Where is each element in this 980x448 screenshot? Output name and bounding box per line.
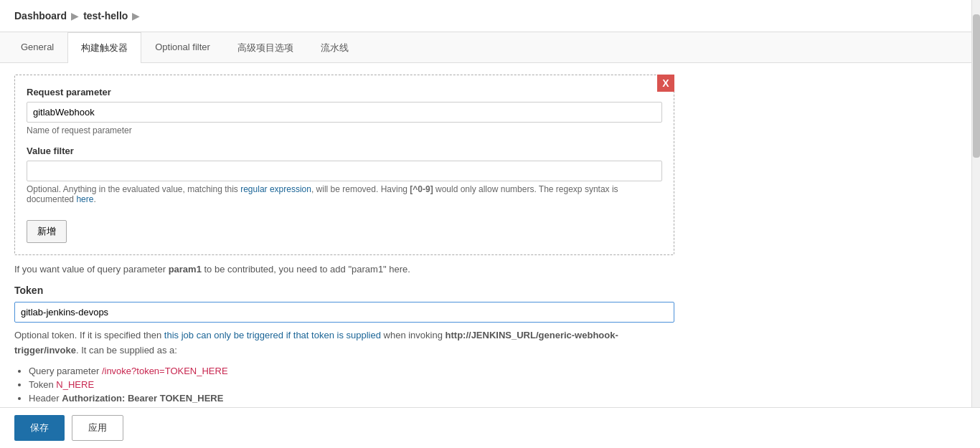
token-hint-prefix: Optional token. If it is specified then xyxy=(14,330,164,340)
tab-pipeline[interactable]: 流水线 xyxy=(307,32,362,63)
breadcrumb-project[interactable]: test-hello xyxy=(83,10,128,22)
bullet-2-code: Authorization: Bearer TOKEN_HERE xyxy=(62,393,223,404)
token-input[interactable] xyxy=(14,302,674,323)
bullet-item-2: Header Authorization: Bearer TOKEN_HERE xyxy=(29,393,674,404)
form-area: X Request parameter Name of request para… xyxy=(0,75,689,421)
token-hint-link[interactable]: this job can only be triggered if that t… xyxy=(164,330,381,340)
hint-prefix: Optional. Anything in the evaluated valu… xyxy=(27,184,240,194)
breadcrumb-dashboard[interactable]: Dashboard xyxy=(14,10,67,22)
here-link[interactable]: here xyxy=(76,194,93,204)
bullet-item-0: Query parameter /invoke?token=TOKEN_HERE xyxy=(29,366,674,376)
token-label: Token xyxy=(14,285,674,296)
tabs-bar: General 构建触发器 Optional filter 高级项目选项 流水线 xyxy=(0,32,980,63)
apply-button[interactable]: 应用 xyxy=(72,415,123,421)
breadcrumb-arrow: ▶ xyxy=(71,10,79,22)
value-filter-input[interactable] xyxy=(27,161,662,181)
bullet-1-prefix: Token xyxy=(29,379,56,390)
bullet-item-1: Token N_HERE xyxy=(29,379,674,390)
hint-end: . xyxy=(93,194,95,204)
value-filter-group: Value filter Optional. Anything in the e… xyxy=(27,146,662,204)
token-section: Token Optional token. If it is specified… xyxy=(14,285,674,404)
bottom-bar: 保存 应用 xyxy=(0,407,980,421)
token-hint: Optional token. If it is specified then … xyxy=(14,328,674,358)
main-content: General 构建触发器 Optional filter 高级项目选项 流水线… xyxy=(0,32,980,421)
tab-optional-filter[interactable]: Optional filter xyxy=(141,32,224,63)
value-filter-label: Value filter xyxy=(27,146,662,156)
hint-middle: , will be removed. Having xyxy=(311,184,410,194)
request-param-label: Request parameter xyxy=(27,87,662,97)
bullet-1-code: N_HERE xyxy=(56,379,94,390)
tab-build-trigger[interactable]: 构建触发器 xyxy=(67,32,141,63)
close-card-button[interactable]: X xyxy=(657,75,674,92)
token-hint-middle: when invoking xyxy=(381,330,446,340)
value-filter-hint: Optional. Anything in the evaluated valu… xyxy=(27,184,662,204)
bullet-2-prefix: Header xyxy=(29,393,62,404)
request-param-hint: Name of request parameter xyxy=(27,125,662,135)
tab-advanced-options[interactable]: 高级项目选项 xyxy=(224,32,307,63)
bullet-0-prefix: Query parameter xyxy=(29,366,102,376)
info-suffix: to be contributed, you need to add "para… xyxy=(202,264,410,275)
request-param-card: X Request parameter Name of request para… xyxy=(14,75,674,255)
info-prefix: If you want value of query parameter xyxy=(14,264,169,275)
token-bullet-list: Query parameter /invoke?token=TOKEN_HERE… xyxy=(14,366,674,404)
token-hint-suffix: . It can be supplied as a: xyxy=(76,345,177,356)
info-param: param1 xyxy=(169,264,202,275)
breadcrumb: Dashboard ▶ test-hello ▶ xyxy=(0,0,980,32)
save-button[interactable]: 保存 xyxy=(14,415,65,421)
info-text: If you want value of query parameter par… xyxy=(14,264,674,275)
add-button[interactable]: 新增 xyxy=(27,220,67,243)
request-param-input[interactable] xyxy=(27,102,662,123)
hint-highlight: [^0-9] xyxy=(410,184,433,194)
breadcrumb-arrow2: ▶ xyxy=(132,10,140,22)
request-param-group: Request parameter Name of request parame… xyxy=(27,87,662,135)
bullet-0-code: /invoke?token=TOKEN_HERE xyxy=(102,366,228,376)
regex-link[interactable]: regular expression xyxy=(240,184,311,194)
tab-general[interactable]: General xyxy=(7,32,67,63)
scrollbar-thumb[interactable] xyxy=(973,14,980,158)
scrollbar-track xyxy=(971,0,980,421)
